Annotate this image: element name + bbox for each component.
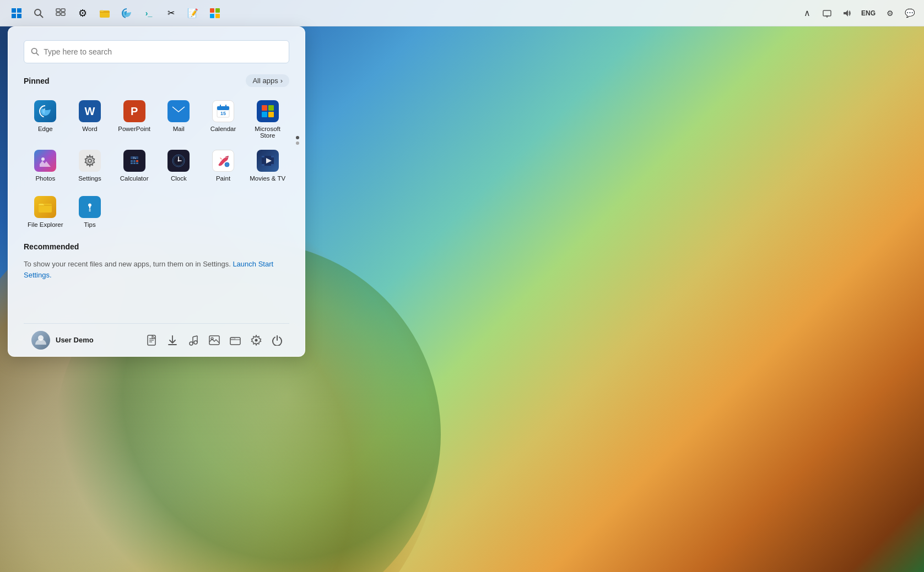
app-paint[interactable]: Paint — [202, 144, 245, 186]
svg-rect-13 — [210, 14, 214, 18]
taskbar-notification[interactable]: 💬 — [902, 6, 917, 21]
user-folder-button[interactable] — [225, 330, 245, 350]
recommended-section: Recommended To show your recent files an… — [24, 242, 289, 280]
taskbar-settings-right[interactable]: ⚙ — [882, 6, 898, 21]
bottom-actions — [142, 330, 287, 350]
downloads-button[interactable] — [163, 330, 182, 350]
paint-icon — [212, 150, 234, 172]
pinned-apps-row3: File Explorer Tips — [24, 190, 289, 232]
search-bar[interactable] — [24, 40, 289, 63]
app-store[interactable]: Microsoft Store — [246, 95, 289, 143]
svg-rect-58 — [89, 209, 90, 210]
app-settings[interactable]: Settings — [68, 144, 112, 186]
svg-rect-3 — [17, 14, 21, 18]
svg-point-34 — [89, 160, 91, 162]
app-mail[interactable]: Mail — [157, 95, 201, 143]
app-file-explorer[interactable]: File Explorer — [24, 190, 67, 232]
task-view-button[interactable] — [51, 3, 71, 23]
edge-label: Edge — [38, 126, 53, 132]
mail-label: Mail — [173, 126, 185, 132]
app-powerpoint[interactable]: P PowerPoint — [112, 95, 156, 143]
app-word[interactable]: W Word — [68, 95, 112, 143]
settings-icon — [79, 150, 101, 172]
svg-rect-9 — [61, 13, 65, 15]
svg-point-67 — [190, 342, 193, 345]
calendar-icon: 15 — [212, 100, 234, 122]
taskbar-network[interactable] — [819, 6, 835, 21]
store-icon — [257, 100, 279, 122]
taskbar-volume[interactable] — [839, 6, 855, 21]
powerpoint-icon: P — [123, 100, 145, 122]
svg-line-71 — [193, 336, 197, 337]
notepad-taskbar-button[interactable]: 📝 — [183, 3, 203, 23]
svg-rect-1 — [17, 8, 21, 13]
edge-taskbar-button[interactable] — [117, 3, 137, 23]
store-taskbar-button[interactable] — [205, 3, 225, 23]
svg-line-5 — [40, 14, 43, 17]
power-button[interactable] — [267, 330, 287, 350]
svg-rect-2 — [12, 14, 16, 18]
svg-rect-55 — [271, 164, 274, 166]
app-tips[interactable]: Tips — [68, 190, 112, 232]
svg-rect-53 — [271, 156, 274, 157]
calendar-label: Calendar — [210, 126, 236, 132]
recommended-title: Recommended — [24, 242, 79, 251]
taskbar-chevron[interactable]: ∧ — [799, 6, 815, 21]
app-calendar[interactable]: 15 Calendar — [202, 95, 245, 143]
start-menu: Pinned All apps › Edge W Word P P — [8, 26, 305, 357]
svg-point-49 — [225, 162, 229, 167]
settings-taskbar-button[interactable]: ⚙ — [73, 3, 93, 23]
svg-rect-11 — [210, 8, 214, 13]
pinned-header: Pinned All apps › — [24, 74, 289, 87]
svg-rect-0 — [12, 8, 16, 13]
svg-rect-23 — [217, 106, 229, 110]
search-input[interactable] — [44, 47, 282, 56]
svg-rect-29 — [262, 112, 267, 117]
powerpoint-label: PowerPoint — [118, 126, 150, 132]
all-apps-label: All apps — [252, 77, 278, 85]
svg-rect-14 — [215, 14, 220, 18]
svg-rect-52 — [262, 156, 264, 157]
search-icon — [31, 47, 39, 56]
app-edge[interactable]: Edge — [24, 95, 67, 143]
app-calculator[interactable]: 7+ Calculator — [112, 144, 156, 186]
app-movies[interactable]: Movies & TV — [246, 144, 289, 186]
app-photos[interactable]: Photos — [24, 144, 67, 186]
edge-icon — [34, 100, 56, 122]
music-button[interactable] — [183, 330, 203, 350]
file-explorer-icon — [34, 196, 56, 218]
store-label: Microsoft Store — [249, 126, 286, 139]
explorer-taskbar-button[interactable] — [95, 3, 115, 23]
pictures-button[interactable] — [204, 330, 224, 350]
settings-bottom-button[interactable] — [246, 330, 266, 350]
search-taskbar-button[interactable] — [29, 3, 48, 23]
svg-point-68 — [194, 341, 197, 344]
taskbar-right: ∧ ENG ⚙ 💬 — [799, 6, 917, 21]
calculator-label: Calculator — [120, 175, 149, 182]
svg-rect-42 — [133, 162, 136, 164]
svg-rect-39 — [133, 160, 136, 162]
pinned-title: Pinned — [24, 77, 50, 85]
file-explorer-label: File Explorer — [28, 221, 63, 228]
svg-marker-18 — [844, 10, 848, 17]
user-section[interactable]: User Demo — [26, 328, 99, 353]
svg-rect-15 — [823, 10, 831, 16]
svg-rect-12 — [215, 8, 220, 13]
taskbar-language[interactable]: ENG — [859, 6, 878, 21]
svg-rect-74 — [230, 337, 240, 345]
svg-text:15: 15 — [220, 111, 226, 116]
word-label: Word — [82, 126, 97, 132]
taskbar-left: ⚙ ›_ ✂ 📝 — [7, 3, 225, 23]
svg-rect-54 — [262, 164, 264, 166]
documents-button[interactable] — [142, 330, 161, 350]
svg-rect-59 — [89, 211, 90, 212]
app-clock[interactable]: Clock — [157, 144, 201, 186]
snip-taskbar-button[interactable]: ✂ — [161, 3, 181, 23]
terminal-taskbar-button[interactable]: ›_ — [139, 3, 159, 23]
clock-label: Clock — [171, 175, 187, 182]
start-button[interactable] — [7, 3, 26, 23]
all-apps-button[interactable]: All apps › — [246, 74, 289, 87]
pagination-dots — [296, 136, 299, 145]
svg-rect-28 — [268, 105, 274, 111]
pinned-apps-grid: Edge W Word P PowerPoint Mail — [24, 95, 289, 186]
